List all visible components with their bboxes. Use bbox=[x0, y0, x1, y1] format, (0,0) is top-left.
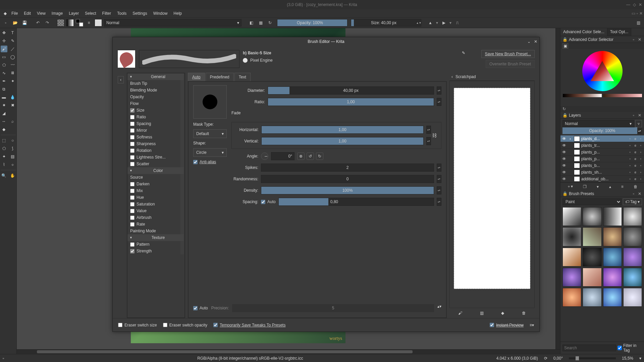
move-down-icon[interactable]: ▾ bbox=[597, 184, 599, 189]
preset-cell[interactable] bbox=[603, 268, 622, 287]
brush-settings-icon[interactable]: ≡ bbox=[85, 19, 93, 26]
layer-alpha-icon[interactable]: α bbox=[633, 150, 637, 154]
menu-view[interactable]: View bbox=[34, 10, 48, 17]
brush-preset-swatch[interactable] bbox=[95, 19, 102, 26]
temp-save-check[interactable] bbox=[213, 323, 218, 327]
layer-extra-icon[interactable]: ▫ bbox=[639, 144, 643, 147]
mirror-h-icon[interactable]: ▲ bbox=[427, 19, 434, 26]
menu-image[interactable]: Image bbox=[49, 10, 65, 17]
delete-layer-icon[interactable]: 🗑 bbox=[634, 184, 638, 189]
preset-tag-button[interactable]: 🏷 Tag ▾ bbox=[623, 198, 642, 205]
layer-alpha-icon[interactable]: α bbox=[633, 137, 637, 140]
float-icon[interactable]: ▫ bbox=[631, 191, 636, 196]
menu-layer[interactable]: Layer bbox=[66, 10, 82, 17]
option-item[interactable]: Lightness Stre... bbox=[127, 154, 184, 161]
angle-reset-icon[interactable]: ⊗ bbox=[297, 153, 305, 160]
layer-lock-icon[interactable]: ▫ bbox=[628, 171, 632, 174]
option-item[interactable]: Brush Tip bbox=[127, 80, 184, 87]
smart-patch-tool-icon[interactable]: ✷ bbox=[1, 102, 7, 109]
mdi-restore-icon[interactable]: ▫ bbox=[637, 11, 638, 16]
preset-cell[interactable] bbox=[583, 207, 601, 226]
left-collapse-button[interactable]: ‹ bbox=[118, 76, 124, 83]
option-item[interactable]: Blending Mode bbox=[127, 87, 184, 94]
option-check[interactable] bbox=[130, 189, 135, 193]
option-check[interactable] bbox=[130, 195, 135, 200]
fade-v-spinner[interactable]: ▴▾ bbox=[426, 137, 431, 145]
preset-cell[interactable] bbox=[583, 248, 601, 266]
overwrite-preset-button[interactable]: Overwrite Brush Preset bbox=[486, 60, 535, 68]
menu-file[interactable]: File bbox=[9, 10, 20, 17]
option-check[interactable] bbox=[130, 115, 135, 119]
layer-opacity-slider[interactable]: Opacity: 100%▴▾ bbox=[562, 127, 642, 134]
wrap-mode-icon[interactable]: ⎍ bbox=[453, 19, 461, 26]
color-selector[interactable] bbox=[560, 49, 644, 106]
move-tool-icon[interactable]: ✢ bbox=[1, 38, 7, 44]
assistant-tool-icon[interactable]: ✖ bbox=[9, 102, 16, 109]
preset-cell[interactable] bbox=[583, 288, 601, 307]
measure-tool-icon[interactable]: ↔ bbox=[1, 118, 7, 125]
preset-cell[interactable] bbox=[603, 248, 622, 266]
close-dialog-icon[interactable]: ✕ bbox=[534, 39, 537, 44]
option-check[interactable] bbox=[130, 122, 135, 126]
menu-window[interactable]: Window bbox=[151, 10, 170, 17]
visibility-icon[interactable]: 👁 bbox=[562, 136, 567, 141]
reload-icon[interactable]: ↻ bbox=[562, 107, 566, 111]
shade-bar-b[interactable] bbox=[603, 94, 642, 97]
option-check[interactable] bbox=[130, 148, 135, 153]
close-panel-icon[interactable]: ✕ bbox=[637, 113, 642, 118]
visibility-icon[interactable]: 👁 bbox=[562, 157, 567, 161]
filter-in-tag-check[interactable] bbox=[618, 345, 622, 351]
visibility-icon[interactable]: 👁 bbox=[562, 177, 567, 181]
move-up-icon[interactable]: ▴ bbox=[609, 184, 611, 189]
option-item[interactable]: Strength bbox=[127, 248, 184, 254]
layer-extra-icon[interactable]: ▫ bbox=[639, 164, 643, 167]
spacing-slider[interactable]: 0,80 bbox=[278, 198, 434, 206]
brush-tool-icon[interactable]: 🖌 bbox=[1, 46, 7, 52]
option-item[interactable]: Spacing bbox=[127, 120, 184, 127]
transform-tool-icon[interactable]: ✥ bbox=[1, 29, 7, 36]
layer-extra-icon[interactable]: ▫ bbox=[639, 177, 643, 181]
instant-preview-check[interactable] bbox=[490, 323, 494, 327]
layer-alpha-icon[interactable]: α bbox=[633, 164, 637, 167]
collapse-icon[interactable]: ⌄ bbox=[527, 39, 531, 44]
reference-tool-icon[interactable]: ⌕ bbox=[9, 118, 16, 125]
scratch-back-icon[interactable]: ‹ bbox=[451, 74, 453, 79]
preset-cell[interactable] bbox=[562, 288, 581, 307]
lock-icon[interactable]: 🔒 bbox=[562, 113, 568, 118]
freehand-path-tool-icon[interactable]: ⵌ bbox=[9, 70, 16, 76]
spikes-slider[interactable]: 2 bbox=[261, 164, 434, 172]
hue-ring[interactable] bbox=[582, 51, 623, 91]
layer-extra-icon[interactable]: ▫ bbox=[639, 150, 643, 154]
visibility-icon[interactable]: 👁 bbox=[562, 150, 567, 155]
eraser-size-check[interactable] bbox=[118, 323, 122, 327]
layer-lock-icon[interactable]: ▫ bbox=[628, 150, 632, 154]
text-tool-icon[interactable]: T bbox=[9, 29, 16, 36]
layer-lock-icon[interactable]: ▫ bbox=[628, 144, 632, 147]
magnetic-select-icon[interactable]: ⟐ bbox=[9, 161, 16, 168]
section-header[interactable]: ▼General bbox=[127, 73, 184, 80]
preset-thumbnail[interactable] bbox=[117, 50, 136, 68]
tab-color-selector[interactable]: Advanced Color Sele... bbox=[560, 28, 607, 36]
menu-tools[interactable]: Tools bbox=[114, 10, 129, 17]
layer-alpha-icon[interactable]: α bbox=[633, 144, 637, 147]
option-item[interactable]: Opacity bbox=[127, 94, 184, 100]
lock-icon[interactable]: 🔒 bbox=[562, 191, 568, 196]
option-check[interactable] bbox=[130, 242, 135, 247]
precision-auto-check[interactable] bbox=[193, 306, 198, 310]
pan-tool-icon[interactable]: ✋ bbox=[9, 172, 16, 179]
menu-help[interactable]: Help bbox=[171, 10, 184, 17]
mask-type-combo[interactable]: Default▾ bbox=[193, 129, 227, 138]
option-item[interactable]: Hue bbox=[127, 194, 184, 201]
size-slider[interactable]: Size: 40,00 px ▲▼ bbox=[351, 19, 421, 26]
scratch-brush-icon[interactable]: 🖌 bbox=[458, 311, 462, 315]
antialias-check[interactable] bbox=[193, 160, 198, 164]
zoom-tool-icon[interactable]: 🔍 bbox=[1, 172, 7, 179]
tab-tool-options[interactable]: Tool Opt... bbox=[607, 28, 632, 36]
layer-extra-icon[interactable]: ▫ bbox=[639, 157, 643, 161]
scratch-layer-icon[interactable]: ▥ bbox=[480, 311, 484, 315]
menu-settings[interactable]: Settings bbox=[130, 10, 150, 17]
polyline-tool-icon[interactable]: 〰 bbox=[9, 62, 16, 68]
zoom-dropdown-icon[interactable]: ▾ bbox=[639, 356, 641, 361]
preset-cell[interactable] bbox=[603, 207, 622, 226]
density-slider[interactable]: 100% bbox=[261, 186, 434, 194]
